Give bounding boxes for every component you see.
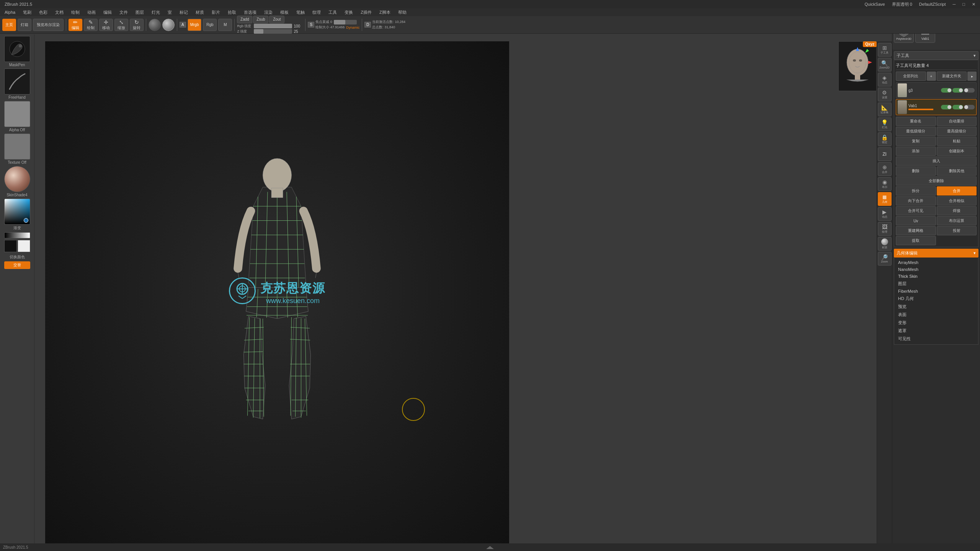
switch-btn[interactable]: 交替 bbox=[4, 261, 30, 269]
menu-preferences[interactable]: 首选项 bbox=[242, 10, 258, 15]
menu-light[interactable]: 灯光 bbox=[150, 10, 162, 15]
menu-layer[interactable]: 图层 bbox=[134, 10, 145, 15]
fri-material-btn[interactable]: 材质 bbox=[878, 237, 892, 251]
geo-header[interactable]: 几何体编辑 ▾ bbox=[894, 249, 978, 258]
menu-color[interactable]: 色彩 bbox=[38, 10, 49, 15]
vab1-toggle2[interactable] bbox=[952, 105, 963, 109]
vab1-toggle3[interactable] bbox=[964, 105, 975, 109]
material-thumb[interactable] bbox=[4, 166, 30, 192]
draw-btn[interactable]: ✎ 绘制 bbox=[84, 19, 98, 31]
window-close[interactable]: ✕ bbox=[970, 2, 977, 7]
fri-texture-btn[interactable]: 🖼 纹理 bbox=[878, 222, 892, 236]
all-list-icon-btn[interactable]: + bbox=[927, 72, 936, 81]
menu-transform[interactable]: 变换 bbox=[343, 10, 354, 15]
geo-hd[interactable]: HD 几何 bbox=[896, 295, 977, 303]
geo-mask[interactable]: 遮罩 bbox=[896, 327, 977, 335]
alpha-thumb[interactable] bbox=[4, 101, 30, 127]
fri-z-btn[interactable]: ZI bbox=[878, 147, 892, 161]
quicksave-btn[interactable]: QuickSave bbox=[863, 2, 886, 7]
geo-surface[interactable]: 表面 bbox=[896, 311, 977, 319]
vab1-toggle1[interactable] bbox=[941, 105, 952, 109]
sphere-btn1[interactable] bbox=[149, 19, 161, 31]
uv-btn[interactable]: Uv bbox=[896, 216, 936, 225]
down-merge-btn[interactable]: 向下合并 bbox=[896, 196, 936, 205]
fri-merge-btn[interactable]: ⊕ 合并 bbox=[878, 162, 892, 176]
extract-btn[interactable]: 提取 bbox=[896, 236, 936, 245]
fri-angle-btn[interactable]: 📐 记录角 bbox=[878, 103, 892, 116]
a-btn[interactable]: A bbox=[180, 22, 186, 28]
scroll-indicator[interactable] bbox=[484, 545, 496, 551]
main-tab-btn[interactable]: 主页 bbox=[2, 19, 16, 31]
fri-subtool-btn[interactable]: ⊞ 子工具 bbox=[878, 43, 892, 57]
swatch-black[interactable] bbox=[4, 240, 17, 252]
create-copy-btn[interactable]: 创建副本 bbox=[937, 147, 977, 156]
remesh-btn[interactable]: 重建网格 bbox=[896, 226, 936, 235]
m-btn[interactable]: M bbox=[218, 19, 232, 31]
menu-zscript[interactable]: Z脚本 bbox=[378, 10, 392, 15]
brush1-thumb[interactable] bbox=[4, 36, 30, 62]
fri-light-btn[interactable]: 💡 灯光 bbox=[878, 117, 892, 131]
subtool-header[interactable]: 子工具 ▾ bbox=[894, 51, 978, 60]
g3-toggle1[interactable] bbox=[941, 88, 952, 93]
menu-document[interactable]: 文档 bbox=[54, 10, 65, 15]
menu-pick[interactable]: 拾取 bbox=[226, 10, 238, 15]
geo-arraymesh[interactable]: ArrayMesh bbox=[896, 259, 977, 266]
fri-zoom2d-btn[interactable]: 🔍 Zoom2D bbox=[878, 58, 892, 72]
merge-btn[interactable]: 合并 bbox=[937, 186, 977, 196]
delete-btn[interactable]: 删除 bbox=[896, 166, 936, 176]
fri-dynamic2-btn[interactable]: ▶ 动态 bbox=[878, 207, 892, 221]
geo-fibermesh[interactable]: FiberMesh bbox=[896, 288, 977, 295]
xyz-btn[interactable]: Qxyz bbox=[863, 41, 877, 47]
mrgb-btn[interactable]: Mrgb bbox=[188, 19, 202, 31]
geo-thick-skin[interactable]: Thick Skin bbox=[896, 273, 977, 280]
menu-draw[interactable]: 绘制 bbox=[70, 10, 81, 15]
all-list-btn[interactable]: 全部列出 bbox=[896, 72, 926, 81]
add-btn[interactable]: 添加 bbox=[896, 147, 936, 156]
menu-stroke[interactable]: 笔触 bbox=[295, 10, 306, 15]
menu-template[interactable]: 模板 bbox=[279, 10, 290, 15]
geo-visibility[interactable]: 可见性 bbox=[896, 335, 977, 343]
menu-material[interactable]: 材质 bbox=[194, 10, 206, 15]
delete-other-btn[interactable]: 删除其他 bbox=[937, 166, 977, 176]
scale-btn[interactable]: ⤡ 缩放 bbox=[114, 19, 128, 31]
weld-btn[interactable]: 焊接 bbox=[937, 206, 977, 215]
rgb-intensity-track[interactable] bbox=[254, 24, 292, 28]
default-zscript[interactable]: DefaultZScript bbox=[918, 2, 947, 7]
color-picker[interactable] bbox=[4, 199, 30, 225]
new-folder-icon-btn[interactable]: ▸ bbox=[967, 72, 977, 81]
edit-btn[interactable]: ✏ 编辑 bbox=[69, 19, 82, 31]
lightbox-tab-btn[interactable]: 灯箱 bbox=[18, 19, 31, 31]
swatch-white[interactable] bbox=[18, 240, 30, 252]
fri-bool-btn[interactable]: ◉ 布尔 bbox=[878, 177, 892, 191]
brush2-thumb[interactable] bbox=[4, 68, 30, 95]
fri-zoom-btn[interactable]: 🔎 Zoom bbox=[878, 252, 892, 266]
g3-toggle2[interactable] bbox=[952, 88, 963, 93]
menu-zplugin[interactable]: Z插件 bbox=[359, 10, 373, 15]
sphere-btn2[interactable] bbox=[162, 19, 175, 31]
menu-file[interactable]: 文件 bbox=[118, 10, 129, 15]
texture-thumb[interactable] bbox=[4, 134, 30, 160]
menu-animation[interactable]: 动画 bbox=[86, 10, 97, 15]
render-tab-btn[interactable]: 预览布尔渲染 bbox=[33, 19, 64, 31]
window-maximize[interactable]: □ bbox=[961, 2, 967, 7]
subtool-item-g3[interactable]: g3 bbox=[896, 82, 977, 98]
zsub-btn[interactable]: Zsub bbox=[253, 16, 268, 23]
fri-settings-btn[interactable]: ⚙ 设置 bbox=[878, 88, 892, 101]
subtool-item-vab1[interactable]: Vab1 bbox=[896, 99, 977, 115]
project-btn[interactable]: 投射 bbox=[937, 226, 977, 235]
lowest-subdiv-btn[interactable]: 最低级细分 bbox=[896, 127, 936, 136]
geo-preview[interactable]: 预览 bbox=[896, 303, 977, 311]
new-folder-btn[interactable]: 新建文件夹 bbox=[937, 72, 967, 81]
menu-room[interactable]: 室 bbox=[166, 10, 173, 15]
menu-alpha[interactable]: Alpha bbox=[3, 10, 17, 15]
z-intensity-track[interactable] bbox=[254, 29, 292, 34]
zadd-btn[interactable]: Zadd bbox=[237, 16, 252, 23]
menu-help[interactable]: 帮助 bbox=[397, 10, 408, 15]
bool-btn[interactable]: 布尔运算 bbox=[937, 216, 977, 225]
geo-layer[interactable]: 图层 bbox=[896, 280, 977, 288]
gradient-bar[interactable] bbox=[4, 232, 30, 238]
split-btn[interactable]: 拆分 bbox=[896, 186, 936, 196]
fri-dynamic-btn[interactable]: ◈ 动态 bbox=[878, 73, 892, 86]
auto-rename-btn[interactable]: 自动重排 bbox=[937, 117, 977, 126]
move-btn[interactable]: ✛ 移动 bbox=[99, 19, 113, 31]
